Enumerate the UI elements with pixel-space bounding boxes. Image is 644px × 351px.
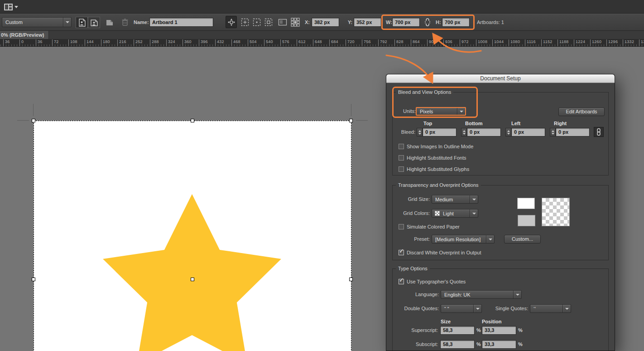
ruler-label: 0 bbox=[19, 39, 24, 46]
height-input[interactable]: 700 px bbox=[442, 18, 470, 27]
artboard-center-mark-button[interactable] bbox=[264, 17, 274, 27]
type-options-group: Type Options ✓ Use Typographer's Quotes … bbox=[392, 266, 609, 351]
chevron-down-icon bbox=[514, 294, 521, 296]
ruler-label: 504 bbox=[248, 39, 257, 46]
bleed-col-top: Top bbox=[423, 121, 432, 126]
artboard-center-handle[interactable] bbox=[191, 278, 194, 281]
bleed-bottom-stepper[interactable] bbox=[461, 128, 467, 136]
grid-color-swatch[interactable] bbox=[518, 215, 535, 226]
ruler-label: 1224 bbox=[574, 39, 585, 46]
custom-flattener-button[interactable]: Custom... bbox=[504, 235, 541, 244]
subscript-position-input[interactable]: 33,3 bbox=[482, 340, 516, 349]
constrain-proportions-button[interactable] bbox=[423, 17, 433, 27]
ruler-label: 144 bbox=[85, 39, 94, 46]
artboard-options-button[interactable] bbox=[278, 17, 288, 27]
double-quotes-dropdown[interactable]: “ ” bbox=[441, 304, 482, 313]
ruler-label: 972 bbox=[460, 39, 469, 46]
ruler-label: 576 bbox=[280, 39, 289, 46]
subscript-size-input[interactable]: 58,3 bbox=[440, 340, 475, 349]
language-label: Language: bbox=[393, 290, 439, 299]
single-quotes-dropdown[interactable]: ‘’ bbox=[530, 304, 571, 313]
percent-label: % bbox=[476, 326, 481, 335]
artboard-name-input[interactable]: Artboard 1 bbox=[149, 18, 213, 27]
highlight-substituted-glyphs-checkbox[interactable]: ✓ Highlight Substituted Glyphs bbox=[399, 166, 469, 172]
superscript-label: Superscript: bbox=[393, 326, 438, 335]
star-shape[interactable] bbox=[98, 190, 286, 351]
landscape-orientation-button[interactable] bbox=[88, 17, 100, 28]
bleed-top-stepper[interactable] bbox=[417, 128, 423, 136]
horizontal-ruler[interactable]: 3603672108144180216252288324360396432468… bbox=[0, 39, 644, 47]
grid-colors-dropdown[interactable]: Light bbox=[432, 209, 478, 218]
bleed-bottom-input[interactable]: 0 px bbox=[467, 128, 501, 136]
bleed-top-input[interactable]: 0 px bbox=[423, 128, 457, 136]
document-tab[interactable]: 0% (RGB/Preview) bbox=[0, 31, 49, 39]
dialog-title-bar[interactable]: Document Setup bbox=[386, 74, 615, 83]
type-options-title: Type Options bbox=[396, 266, 430, 271]
bleed-left-stepper[interactable] bbox=[505, 128, 511, 136]
units-dropdown[interactable]: Pixels bbox=[416, 107, 466, 116]
chevron-down-icon bbox=[486, 239, 494, 240]
w-label: W: bbox=[386, 14, 392, 31]
grid-size-dropdown[interactable]: Medium bbox=[432, 195, 478, 204]
artboard-options-toolbar: Custom bbox=[0, 14, 644, 31]
flattener-preset-value: [Medium Resolution] bbox=[432, 237, 486, 242]
ruler-label: 540 bbox=[264, 39, 273, 46]
bleed-right-input[interactable]: 0 px bbox=[556, 128, 590, 136]
simulate-colored-paper-checkbox[interactable]: ✓ Simulate Colored Paper bbox=[399, 224, 460, 230]
move-artwork-with-artboard-button[interactable] bbox=[240, 17, 250, 27]
superscript-position-input[interactable]: 33,3 bbox=[482, 326, 516, 335]
double-quotes-value: “ ” bbox=[441, 306, 473, 312]
ruler-label: 1260 bbox=[590, 39, 601, 46]
percent-label: % bbox=[518, 340, 523, 349]
trash-icon bbox=[121, 18, 129, 26]
portrait-orientation-button[interactable] bbox=[76, 17, 88, 28]
ruler-label: 756 bbox=[362, 39, 371, 46]
edit-artboards-button[interactable]: Edit Artboards bbox=[558, 107, 605, 116]
chevron-down-icon bbox=[563, 308, 571, 310]
star-polygon[interactable] bbox=[103, 194, 281, 351]
y-label: Y: bbox=[348, 14, 352, 31]
y-input[interactable]: 352 px bbox=[354, 18, 381, 27]
artboard-handle-top-center[interactable] bbox=[191, 119, 194, 122]
artboard-handle-top-left[interactable] bbox=[32, 119, 35, 122]
dashed-square-plus-icon bbox=[240, 18, 250, 27]
rearrange-artboards-button[interactable] bbox=[290, 17, 300, 27]
x-input[interactable]: 382 px bbox=[312, 18, 339, 27]
highlight-substituted-fonts-checkbox[interactable]: ✓ Highlight Substituted Fonts bbox=[399, 155, 466, 161]
discard-white-overprint-checkbox[interactable]: ✓ Discard White Overprint in Output bbox=[399, 249, 481, 256]
app-bar bbox=[0, 0, 644, 14]
superscript-size-input[interactable]: 58,3 bbox=[440, 326, 475, 335]
reference-point-button[interactable] bbox=[226, 16, 237, 28]
artboard-handle-mid-left[interactable] bbox=[32, 278, 35, 281]
checkbox-box: ✓ bbox=[399, 224, 404, 229]
checkbox-box: ✓ bbox=[399, 166, 404, 172]
width-input[interactable]: 700 px bbox=[392, 18, 420, 27]
paper-color-swatch[interactable] bbox=[517, 198, 535, 209]
ruler-label: 324 bbox=[166, 39, 175, 46]
check-icon: ✓ bbox=[399, 248, 404, 254]
crop-mark bbox=[356, 120, 368, 121]
language-dropdown[interactable]: English: UK bbox=[441, 290, 522, 299]
ruler-label: 828 bbox=[394, 39, 404, 46]
bleed-left-input[interactable]: 0 px bbox=[511, 128, 545, 136]
artboard-preset-dropdown[interactable]: Custom bbox=[2, 17, 72, 27]
artboard-handle-top-right[interactable] bbox=[349, 119, 353, 122]
artboard-crosshair-button[interactable] bbox=[252, 17, 262, 27]
new-artboard-button[interactable] bbox=[105, 17, 115, 27]
artboard-handle-mid-right[interactable] bbox=[349, 278, 353, 281]
bleed-link-button[interactable] bbox=[594, 127, 604, 137]
ruler-label: 1188 bbox=[557, 39, 569, 46]
position-header: Position bbox=[482, 319, 501, 324]
show-images-outline-checkbox[interactable]: ✓ Show Images In Outline Mode bbox=[399, 143, 473, 150]
delete-artboard-button[interactable] bbox=[120, 17, 130, 27]
chevron-down-icon bbox=[470, 199, 478, 200]
checkbox-label: Discard White Overprint in Output bbox=[407, 250, 481, 255]
arrange-documents-button[interactable] bbox=[4, 2, 20, 12]
bleed-right-stepper[interactable] bbox=[550, 128, 556, 136]
ruler-label: 396 bbox=[199, 39, 208, 46]
dashed-square-marks-icon bbox=[252, 18, 261, 27]
typographers-quotes-checkbox[interactable]: ✓ Use Typographer's Quotes bbox=[399, 278, 466, 285]
chevron-down-icon bbox=[474, 308, 481, 310]
flattener-preset-dropdown[interactable]: [Medium Resolution] bbox=[432, 235, 495, 244]
checkbox-label: Highlight Substituted Fonts bbox=[407, 155, 466, 161]
